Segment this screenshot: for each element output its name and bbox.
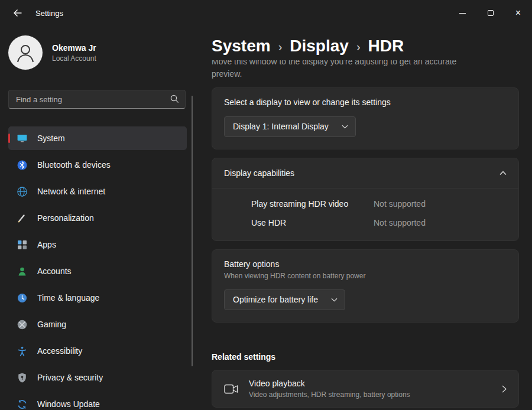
scrolled-hint-text: Move this window to the display you're a… (212, 60, 507, 80)
bluetooth-icon (17, 160, 28, 171)
selected-indicator-pill (8, 134, 10, 143)
close-icon: × (515, 8, 521, 18)
sidebar-item-accessibility[interactable]: Accessibility (8, 339, 187, 363)
select-display-label: Select a display to view or change its s… (224, 97, 507, 107)
sidebar-item-time-language[interactable]: Time & language (8, 286, 187, 310)
display-capabilities-title: Display capabilities (224, 168, 294, 178)
capability-value: Not supported (374, 216, 507, 230)
chevron-up-icon (499, 171, 507, 175)
sidebar-item-label: Bluetooth & devices (37, 160, 111, 170)
sidebar-item-label: Network & internet (37, 187, 105, 196)
window-title: Settings (35, 9, 63, 18)
page-title: HDR (368, 37, 404, 56)
accessibility-icon (17, 346, 28, 357)
sidebar-item-bluetooth-devices[interactable]: Bluetooth & devices (8, 153, 187, 177)
titlebar: Settings × (0, 0, 532, 26)
sidebar-item-windows-update[interactable]: Windows Update (8, 392, 187, 410)
breadcrumb-separator: › (356, 39, 361, 54)
breadcrumb-separator: › (278, 39, 283, 54)
user-profile[interactable]: Okemwa Jr Local Account (0, 26, 195, 77)
minimize-button[interactable] (449, 0, 476, 26)
personalization-icon (17, 213, 28, 224)
sidebar-item-label: System (37, 134, 65, 143)
back-arrow-icon (13, 8, 22, 18)
sidebar-item-personalization[interactable]: Personalization (8, 206, 187, 230)
close-button[interactable]: × (504, 0, 532, 26)
back-button[interactable] (5, 3, 31, 23)
sidebar-item-system[interactable]: System (8, 126, 187, 150)
related-settings-header: Related settings (212, 352, 519, 362)
sidebar-item-label: Accessibility (37, 346, 82, 356)
sidebar-item-label: Apps (37, 240, 56, 249)
sidebar-item-apps[interactable]: Apps (8, 233, 187, 256)
maximize-icon (488, 10, 494, 16)
maximize-button[interactable] (476, 0, 504, 26)
breadcrumb-display[interactable]: Display (290, 37, 349, 56)
video-playback-link[interactable]: Video playback Video adjustments, HDR st… (212, 370, 519, 408)
battery-options-title: Battery options (224, 259, 507, 269)
capability-name: Use HDR (251, 216, 374, 230)
sidebar-item-privacy-security[interactable]: Privacy & security (8, 366, 187, 389)
chevron-down-icon (342, 125, 348, 129)
sidebar-item-label: Time & language (37, 293, 99, 302)
gaming-icon (17, 319, 28, 330)
battery-options-value: Optimize for battery life (233, 295, 318, 304)
avatar (8, 35, 43, 70)
display-capabilities-body: Play streaming HDR video Not supported U… (212, 188, 518, 240)
window-controls: × (449, 0, 532, 26)
sidebar-item-label: Gaming (37, 320, 66, 329)
account-type: Local Account (52, 54, 96, 63)
video-playback-subtitle: Video adjustments, HDR streaming, batter… (249, 391, 491, 399)
breadcrumb-system[interactable]: System (212, 37, 271, 56)
chevron-right-icon (502, 385, 507, 393)
apps-icon (17, 239, 28, 250)
breadcrumb: System › Display › HDR (212, 37, 519, 56)
search-icon (170, 94, 180, 104)
network-icon (17, 186, 28, 197)
windows-update-icon (17, 399, 28, 410)
privacy-icon (17, 372, 28, 383)
select-display-card: Select a display to view or change its s… (212, 87, 519, 149)
sidebar-item-label: Accounts (37, 266, 72, 276)
time-language-icon (17, 292, 28, 304)
minimize-icon (459, 13, 466, 14)
sidebar-nav: System Bluetooth & devices (0, 126, 195, 410)
capability-value: Not supported (374, 197, 507, 211)
sidebar-item-label: Personalization (37, 213, 94, 223)
capability-name: Play streaming HDR video (251, 197, 374, 211)
main-content: System › Display › HDR Move this window … (195, 26, 532, 410)
sidebar-item-label: Privacy & security (37, 373, 103, 382)
sidebar: Okemwa Jr Local Account (0, 26, 195, 410)
chevron-down-icon (331, 298, 338, 302)
display-capabilities-header[interactable]: Display capabilities (212, 158, 518, 188)
video-playback-icon (224, 384, 238, 394)
sidebar-item-network-internet[interactable]: Network & internet (8, 180, 187, 203)
battery-options-subtitle: When viewing HDR content on battery powe… (224, 272, 507, 280)
sidebar-scrollbar[interactable] (192, 96, 193, 366)
accounts-icon (17, 266, 28, 277)
battery-options-dropdown[interactable]: Optimize for battery life (224, 289, 345, 310)
search-input[interactable] (8, 90, 186, 109)
search-box (8, 90, 186, 109)
sidebar-item-accounts[interactable]: Accounts (8, 259, 187, 283)
display-capabilities-card: Display capabilities Play streaming HDR … (212, 158, 519, 241)
user-name: Okemwa Jr (52, 43, 96, 53)
video-playback-title: Video playback (249, 379, 491, 388)
battery-options-card: Battery options When viewing HDR content… (212, 249, 519, 323)
display-select-value: Display 1: Internal Display (233, 122, 329, 131)
system-icon (17, 133, 28, 144)
display-select-dropdown[interactable]: Display 1: Internal Display (224, 116, 356, 137)
sidebar-item-label: Windows Update (37, 399, 100, 409)
sidebar-item-gaming[interactable]: Gaming (8, 313, 187, 336)
